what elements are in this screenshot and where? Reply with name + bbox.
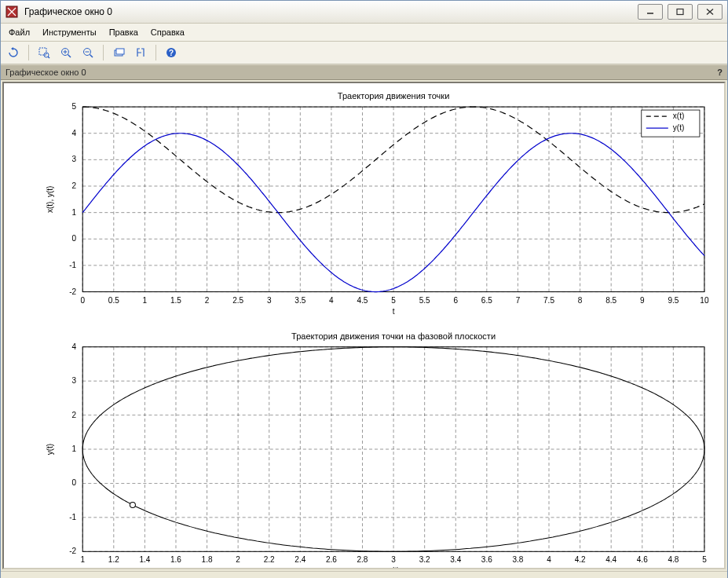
statusbar [1, 571, 727, 578]
svg-text:?: ? [169, 49, 174, 57]
svg-text:4.5: 4.5 [357, 296, 368, 305]
svg-text:8: 8 [578, 296, 583, 305]
svg-text:-1: -1 [69, 261, 76, 269]
svg-text:5: 5 [391, 296, 396, 305]
pan-icon[interactable] [109, 43, 128, 62]
data-cursor-icon[interactable] [131, 43, 150, 62]
svg-text:2: 2 [205, 296, 210, 305]
context-help-icon[interactable]: ? [717, 68, 723, 77]
help-icon[interactable]: ? [162, 43, 181, 62]
window-buttons [638, 4, 723, 20]
svg-text:4: 4 [72, 129, 77, 137]
svg-text:4: 4 [72, 342, 77, 351]
svg-text:1.6: 1.6 [170, 555, 181, 564]
svg-text:4.6: 4.6 [637, 555, 648, 564]
svg-text:0.5: 0.5 [108, 296, 119, 305]
svg-text:0: 0 [72, 478, 77, 487]
maximize-button[interactable] [668, 4, 693, 20]
svg-line-5 [48, 57, 49, 58]
svg-rect-3 [39, 48, 46, 55]
window-title: Графическое окно 0 [24, 6, 112, 17]
svg-text:4.4: 4.4 [605, 555, 616, 564]
svg-text:3: 3 [72, 376, 77, 385]
svg-text:-1: -1 [69, 513, 76, 521]
figure-subheader: Графическое окно 0 ? [1, 64, 727, 80]
svg-text:y(t): y(t) [46, 444, 54, 455]
svg-text:3: 3 [72, 155, 77, 163]
svg-text:4.2: 4.2 [575, 555, 586, 564]
svg-text:1: 1 [72, 444, 77, 453]
zoom-area-icon[interactable] [35, 43, 53, 62]
menu-file[interactable]: Файл [2, 24, 36, 41]
svg-text:2: 2 [236, 555, 240, 564]
svg-line-11 [90, 55, 93, 58]
svg-text:Траектория движения точки: Траектория движения точки [338, 91, 450, 101]
svg-text:6.5: 6.5 [481, 296, 492, 305]
figure-subtitle: Графическое окно 0 [5, 68, 86, 77]
svg-text:x(t): x(t) [673, 112, 684, 120]
rotate-icon[interactable] [4, 43, 23, 62]
svg-text:7.5: 7.5 [543, 296, 554, 305]
svg-text:1: 1 [143, 296, 148, 305]
zoom-in-icon[interactable] [57, 43, 75, 62]
svg-text:2.6: 2.6 [326, 555, 337, 564]
app-icon [5, 5, 18, 18]
svg-text:7: 7 [516, 296, 521, 305]
svg-text:10: 10 [700, 296, 709, 305]
svg-rect-2 [677, 9, 683, 15]
svg-text:1: 1 [72, 208, 77, 217]
plot-canvas: Траектория движения точки00.511.522.533.… [2, 82, 726, 569]
toolbar-sep [103, 45, 104, 60]
zoom-out-icon[interactable] [79, 43, 97, 62]
svg-text:1.4: 1.4 [139, 555, 150, 564]
svg-text:2: 2 [72, 181, 77, 190]
close-button[interactable] [697, 4, 723, 20]
svg-text:4.8: 4.8 [668, 555, 679, 564]
svg-text:2.8: 2.8 [357, 555, 368, 564]
svg-text:2: 2 [72, 411, 77, 419]
svg-text:3.5: 3.5 [294, 296, 305, 305]
toolbar-sep [155, 45, 156, 60]
toolbar-sep [28, 45, 29, 60]
toolbar: ? [1, 42, 727, 64]
app-window: Графическое окно 0 Файл Инструменты Прав… [0, 0, 728, 578]
svg-text:4: 4 [329, 296, 334, 305]
svg-text:4: 4 [547, 555, 551, 564]
svg-text:5.5: 5.5 [419, 296, 430, 305]
svg-point-144 [130, 502, 135, 507]
svg-text:-2: -2 [69, 547, 76, 555]
svg-text:Траектория движения точки на ф: Траектория движения точки на фазовой пло… [291, 331, 496, 341]
svg-text:1.5: 1.5 [170, 296, 181, 305]
svg-line-7 [68, 55, 71, 58]
svg-text:3.8: 3.8 [512, 555, 523, 564]
svg-text:8.5: 8.5 [605, 296, 616, 305]
svg-text:9: 9 [640, 296, 645, 305]
svg-text:x(t), y(t): x(t), y(t) [46, 186, 54, 214]
svg-text:5: 5 [702, 555, 707, 564]
svg-text:2.2: 2.2 [264, 555, 275, 564]
svg-text:3: 3 [391, 555, 396, 564]
titlebar: Графическое окно 0 [1, 1, 727, 24]
svg-text:0: 0 [72, 234, 77, 243]
svg-text:3.2: 3.2 [419, 555, 430, 564]
svg-text:1.8: 1.8 [202, 555, 213, 564]
svg-text:9.5: 9.5 [668, 296, 679, 305]
menubar: Файл Инструменты Правка Справка [1, 24, 727, 42]
plot-svg: Траектория движения точки00.511.522.533.… [4, 83, 724, 568]
svg-text:-2: -2 [69, 287, 76, 296]
menu-edit[interactable]: Правка [103, 24, 145, 41]
svg-text:3.6: 3.6 [481, 555, 492, 564]
svg-rect-14 [116, 49, 124, 54]
svg-text:1.2: 1.2 [108, 555, 119, 564]
svg-text:2.5: 2.5 [232, 296, 243, 305]
svg-text:6: 6 [453, 296, 458, 305]
menu-help[interactable]: Справка [145, 24, 191, 41]
minimize-button[interactable] [638, 4, 663, 20]
svg-text:y(t): y(t) [673, 123, 684, 132]
svg-text:3.4: 3.4 [450, 555, 461, 564]
svg-text:0: 0 [80, 296, 85, 305]
menu-tools[interactable]: Инструменты [36, 24, 103, 41]
svg-text:1: 1 [80, 555, 85, 564]
svg-text:3: 3 [267, 296, 272, 305]
svg-text:5: 5 [72, 102, 77, 111]
